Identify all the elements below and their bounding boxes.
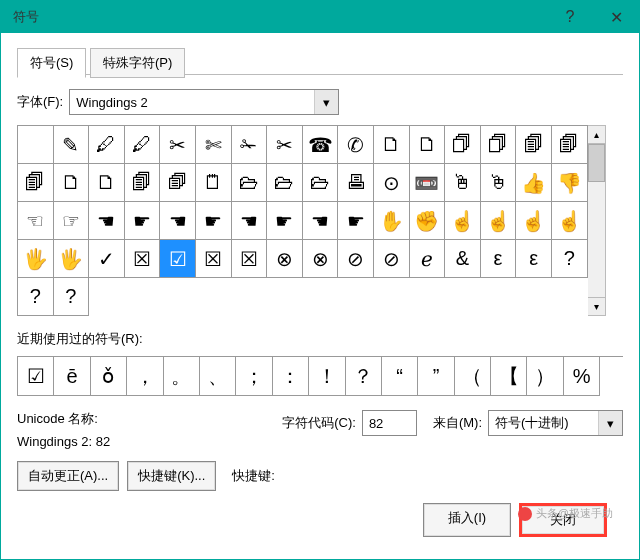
symbol-cell[interactable]: ☎ xyxy=(303,126,339,164)
symbol-cell[interactable]: 📼 xyxy=(410,164,446,202)
symbol-cell[interactable]: ☜ xyxy=(18,202,54,240)
symbol-cell[interactable]: 🗋 xyxy=(374,126,410,164)
grid-scrollbar[interactable]: ▴ ▾ xyxy=(588,125,606,316)
symbol-cell[interactable]: ☞ xyxy=(54,202,90,240)
symbol-cell[interactable]: 🗋 xyxy=(89,164,125,202)
symbol-cell[interactable] xyxy=(18,126,54,164)
symbol-cell[interactable]: & xyxy=(445,240,481,278)
symbol-cell[interactable]: ☝ xyxy=(445,202,481,240)
symbol-cell[interactable]: 🗁 xyxy=(267,164,303,202)
symbol-cell[interactable]: ☒ xyxy=(196,240,232,278)
symbol-cell[interactable]: 🗁 xyxy=(232,164,268,202)
symbol-cell[interactable]: 🗊 xyxy=(160,164,196,202)
symbol-cell[interactable]: ☛ xyxy=(196,202,232,240)
symbol-cell[interactable]: ✂ xyxy=(160,126,196,164)
symbol-cell[interactable]: 🗁 xyxy=(303,164,339,202)
recent-cell[interactable]: ） xyxy=(527,357,563,396)
tab-symbols[interactable]: 符号(S) xyxy=(17,48,86,78)
help-button[interactable]: ? xyxy=(547,1,593,33)
symbol-cell[interactable]: 🗍 xyxy=(481,126,517,164)
symbol-cell[interactable]: ? xyxy=(54,278,90,316)
symbol-cell[interactable]: ☛ xyxy=(125,202,161,240)
font-combo[interactable]: Wingdings 2 ▾ xyxy=(69,89,339,115)
scroll-thumb[interactable] xyxy=(588,144,605,182)
recent-cell[interactable]: 。 xyxy=(164,357,200,396)
recent-cell[interactable]: ” xyxy=(418,357,454,396)
symbol-cell[interactable]: 🖶 xyxy=(338,164,374,202)
symbol-cell[interactable]: ? xyxy=(18,278,54,316)
close-window-button[interactable]: ✕ xyxy=(593,1,639,33)
symbol-cell[interactable]: ☝ xyxy=(552,202,588,240)
recent-cell[interactable]: % xyxy=(564,357,600,396)
symbol-cell[interactable]: ε xyxy=(516,240,552,278)
symbol-grid[interactable]: ✎🖊🖊✂✄✁✂☎✆🗋🗋🗍🗍🗐🗐🗐🗋🗋🗐🗊🗒🗁🗁🗁🖶⊙📼🖱🖰👍👎☜☞☚☛☚☛☚☛☚… xyxy=(17,125,588,316)
insert-button[interactable]: 插入(I) xyxy=(423,503,511,537)
recent-cell[interactable]: 、 xyxy=(200,357,236,396)
symbol-cell[interactable]: ✊ xyxy=(410,202,446,240)
symbol-cell[interactable]: ☚ xyxy=(89,202,125,240)
symbol-cell[interactable]: ☛ xyxy=(338,202,374,240)
symbol-cell[interactable]: 👎 xyxy=(552,164,588,202)
symbol-cell[interactable]: ⊗ xyxy=(267,240,303,278)
symbol-cell[interactable]: 🖊 xyxy=(125,126,161,164)
symbol-cell[interactable]: 🖐 xyxy=(54,240,90,278)
scroll-up-icon[interactable]: ▴ xyxy=(588,126,605,144)
symbol-cell[interactable]: ✁ xyxy=(232,126,268,164)
symbol-cell[interactable]: ⊘ xyxy=(338,240,374,278)
symbol-cell[interactable]: ☑ xyxy=(160,240,196,278)
symbol-cell[interactable]: 🗒 xyxy=(196,164,232,202)
symbol-cell[interactable]: ✋ xyxy=(374,202,410,240)
symbol-cell[interactable]: ✂ xyxy=(267,126,303,164)
symbol-cell[interactable]: 🗋 xyxy=(54,164,90,202)
recent-cell[interactable]: ǒ xyxy=(91,357,127,396)
symbol-cell[interactable]: ☛ xyxy=(267,202,303,240)
symbol-cell[interactable]: ℯ xyxy=(410,240,446,278)
tab-special-chars[interactable]: 特殊字符(P) xyxy=(90,48,185,78)
recent-cell[interactable]: ē xyxy=(54,357,90,396)
symbol-cell[interactable]: ✆ xyxy=(338,126,374,164)
symbol-cell[interactable]: ⊙ xyxy=(374,164,410,202)
symbol-cell[interactable]: ε xyxy=(481,240,517,278)
symbol-cell[interactable]: 🗐 xyxy=(18,164,54,202)
symbol-cell[interactable]: ☚ xyxy=(232,202,268,240)
symbol-cell[interactable]: 🗍 xyxy=(445,126,481,164)
recent-cell[interactable]: “ xyxy=(382,357,418,396)
symbol-cell[interactable]: ✄ xyxy=(196,126,232,164)
symbol-cell[interactable]: ☒ xyxy=(232,240,268,278)
charcode-input[interactable]: 82 xyxy=(362,410,417,436)
recent-grid[interactable]: ☑ēǒ，。、；：！？“”（【）% xyxy=(17,356,623,396)
symbol-cell[interactable]: ⊘ xyxy=(374,240,410,278)
symbol-cell[interactable]: 🗐 xyxy=(125,164,161,202)
symbol-cell[interactable]: 🖊 xyxy=(89,126,125,164)
recent-cell[interactable]: ； xyxy=(236,357,272,396)
recent-cell[interactable]: ？ xyxy=(346,357,382,396)
recent-cell[interactable]: ： xyxy=(273,357,309,396)
recent-cell[interactable]: ☑ xyxy=(18,357,54,396)
recent-label: 近期使用过的符号(R): xyxy=(17,330,623,348)
recent-cell[interactable]: ！ xyxy=(309,357,345,396)
autocorrect-button[interactable]: 自动更正(A)... xyxy=(17,461,119,491)
symbol-cell[interactable]: 🖰 xyxy=(481,164,517,202)
shortcut-key-button[interactable]: 快捷键(K)... xyxy=(127,461,216,491)
symbol-cell[interactable]: ☒ xyxy=(125,240,161,278)
symbol-cell[interactable]: ☝ xyxy=(481,202,517,240)
symbol-cell[interactable]: ⊗ xyxy=(303,240,339,278)
symbol-cell[interactable]: 🗐 xyxy=(516,126,552,164)
symbol-cell[interactable]: 🖐 xyxy=(18,240,54,278)
scroll-down-icon[interactable]: ▾ xyxy=(588,297,605,315)
symbol-cell[interactable]: ? xyxy=(552,240,588,278)
symbol-cell[interactable]: ☚ xyxy=(160,202,196,240)
symbol-cell[interactable]: ☚ xyxy=(303,202,339,240)
symbol-cell[interactable]: 🗐 xyxy=(552,126,588,164)
symbol-cell[interactable]: ✎ xyxy=(54,126,90,164)
symbol-cell[interactable]: ✓ xyxy=(89,240,125,278)
symbol-cell[interactable]: 🖱 xyxy=(445,164,481,202)
scroll-track[interactable] xyxy=(588,182,605,297)
symbol-cell[interactable]: 👍 xyxy=(516,164,552,202)
symbol-cell[interactable]: 🗋 xyxy=(410,126,446,164)
recent-cell[interactable]: （ xyxy=(455,357,491,396)
symbol-cell[interactable]: ☝ xyxy=(516,202,552,240)
from-combo[interactable]: 符号(十进制) ▾ xyxy=(488,410,623,436)
recent-cell[interactable]: ， xyxy=(127,357,163,396)
recent-cell[interactable]: 【 xyxy=(491,357,527,396)
